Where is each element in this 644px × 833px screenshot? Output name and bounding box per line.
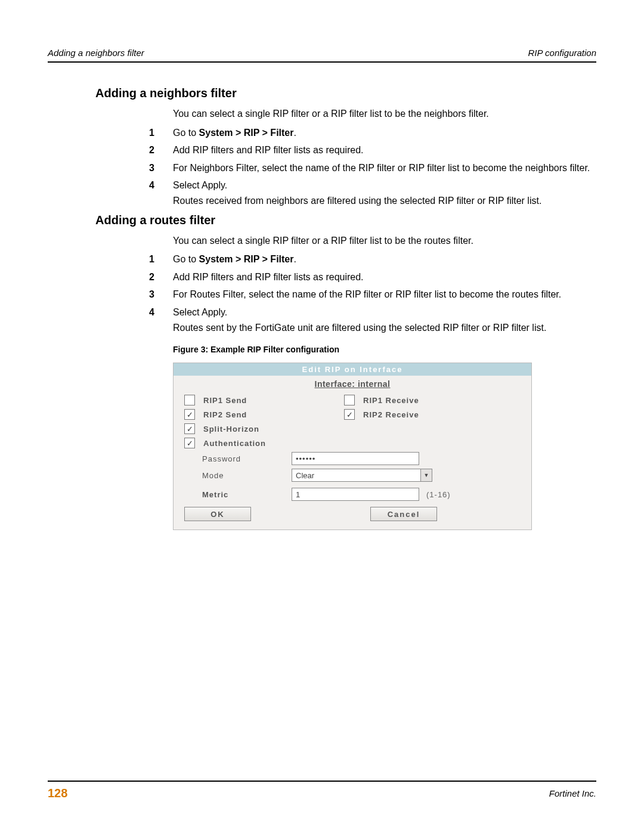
header-left: Adding a neighbors filter bbox=[48, 48, 144, 58]
header-right: RIP configuration bbox=[528, 48, 596, 58]
section2-steps: Go to System > RIP > Filter. Add RIP fil… bbox=[149, 253, 596, 334]
checkbox-rip2-send[interactable]: ✓ bbox=[184, 409, 195, 420]
checkbox-split-horizon[interactable]: ✓ bbox=[184, 423, 195, 434]
checkbox-rip1-send[interactable] bbox=[184, 395, 195, 405]
chevron-down-icon: ▼ bbox=[420, 469, 432, 481]
step-text: . bbox=[293, 254, 296, 264]
label-rip1-send: RIP1 Send bbox=[203, 396, 293, 405]
step-bold: System > RIP > Filter bbox=[199, 128, 294, 138]
step-text: Go to bbox=[173, 254, 199, 264]
section1-step-4: Select Apply. Routes received from neigh… bbox=[149, 179, 596, 207]
step-text: Select Apply. bbox=[173, 180, 227, 190]
label-rip1-receive: RIP1 Receive bbox=[363, 396, 453, 405]
step-text: . bbox=[293, 128, 296, 138]
step-text: Select Apply. bbox=[173, 307, 227, 317]
step-text: Go to bbox=[173, 128, 199, 138]
step-sub: Routes sent by the FortiGate unit are fi… bbox=[173, 321, 596, 335]
step-sub: Routes received from neighbors are filte… bbox=[173, 194, 596, 208]
rip-interface-panel: Edit RIP on Interface Interface: interna… bbox=[173, 363, 532, 530]
section2-step-2: Add RIP filters and RIP filter lists as … bbox=[149, 271, 596, 284]
label-rip2-receive: RIP2 Receive bbox=[363, 410, 453, 419]
checkbox-rip2-receive[interactable]: ✓ bbox=[344, 409, 355, 420]
panel-subtitle: Interface: internal bbox=[174, 376, 531, 395]
label-rip2-send: RIP2 Send bbox=[203, 410, 293, 419]
mode-select-value: Clear bbox=[296, 471, 314, 480]
section1-steps: Go to System > RIP > Filter. Add RIP fil… bbox=[149, 126, 596, 208]
metric-hint: (1-16) bbox=[426, 490, 451, 499]
ok-button[interactable]: OK bbox=[184, 507, 251, 521]
label-authentication: Authentication bbox=[203, 439, 293, 448]
label-password: Password bbox=[202, 454, 292, 463]
section2-intro: You can select a single RIP filter or a … bbox=[173, 234, 596, 247]
label-metric: Metric bbox=[202, 490, 292, 499]
section1-step-2: Add RIP filters and RIP filter lists as … bbox=[149, 144, 596, 157]
section1-title: Adding a neighbors filter bbox=[95, 86, 596, 100]
section2-step-1: Go to System > RIP > Filter. bbox=[149, 253, 596, 266]
page-number: 128 bbox=[48, 786, 67, 800]
section1-step-1: Go to System > RIP > Filter. bbox=[149, 126, 596, 140]
checkbox-authentication[interactable]: ✓ bbox=[184, 438, 195, 448]
section2-step-4: Select Apply. Routes sent by the FortiGa… bbox=[149, 306, 596, 334]
cancel-button[interactable]: Cancel bbox=[370, 507, 437, 521]
checkbox-rip1-receive[interactable] bbox=[344, 395, 355, 405]
page-footer: 128 Fortinet Inc. bbox=[48, 781, 596, 800]
section1-step-3: For Neighbors Filter, select the name of… bbox=[149, 162, 596, 175]
mode-select[interactable]: Clear ▼ bbox=[292, 469, 432, 482]
metric-field[interactable]: 1 bbox=[292, 488, 419, 501]
password-field[interactable]: •••••• bbox=[292, 452, 419, 465]
figure-caption: Figure 3: Example RIP Filter configurati… bbox=[173, 345, 596, 354]
page-header: Adding a neighbors filter RIP configurat… bbox=[48, 48, 596, 63]
company-name: Fortinet Inc. bbox=[549, 788, 596, 798]
panel-title: Edit RIP on Interface bbox=[174, 363, 531, 376]
section2-title: Adding a routes filter bbox=[95, 213, 596, 227]
section2-step-3: For Routes Filter, select the name of th… bbox=[149, 288, 596, 301]
step-bold: System > RIP > Filter bbox=[199, 254, 294, 264]
label-split-horizon: Split-Horizon bbox=[203, 425, 293, 433]
section1-intro: You can select a single RIP filter or a … bbox=[173, 107, 596, 120]
label-mode: Mode bbox=[202, 471, 292, 480]
